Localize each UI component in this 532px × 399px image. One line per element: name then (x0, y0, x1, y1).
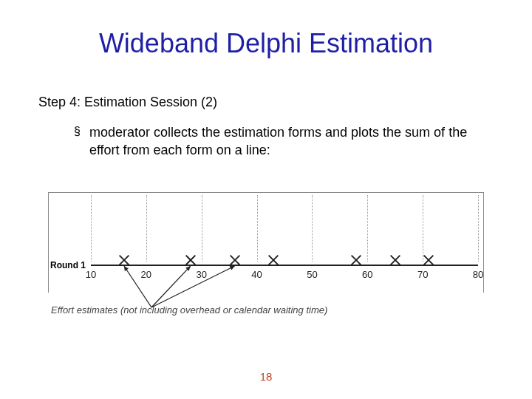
gridline (312, 195, 313, 262)
tick-label: 20 (141, 269, 151, 280)
gridline (423, 195, 423, 262)
step-subtitle: Step 4: Estimation Session (2) (0, 59, 532, 110)
estimate-marker-icon (350, 254, 362, 266)
x-axis (91, 265, 478, 266)
tick-label: 40 (251, 269, 262, 280)
bullet-text: moderator collects the estimation forms … (89, 123, 480, 159)
estimate-marker-icon (118, 254, 130, 266)
bullet-marker-icon: § (74, 123, 81, 140)
tick-label: 60 (362, 269, 372, 280)
estimate-marker-icon (267, 254, 279, 266)
tick-label: 70 (417, 269, 428, 280)
gridline (478, 195, 479, 262)
estimation-line-chart: Round 1 1020304050607080 Effort estimate… (48, 192, 484, 325)
estimate-marker-icon (229, 254, 241, 266)
tick-label: 80 (473, 269, 483, 280)
slide-title: Wideband Delphi Estimation (0, 0, 532, 59)
gridline (146, 195, 147, 262)
estimate-marker-icon (389, 254, 401, 266)
chart-caption: Effort estimates (not including overhead… (51, 304, 327, 316)
gridline (91, 195, 92, 262)
gridline (257, 195, 258, 262)
page-number: 18 (260, 370, 273, 383)
estimate-marker-icon (185, 254, 197, 266)
tick-label: 30 (196, 269, 206, 280)
bullet-item: § moderator collects the estimation form… (0, 110, 532, 159)
gridline (202, 195, 202, 262)
gridline (367, 195, 368, 262)
tick-label: 50 (307, 269, 317, 280)
estimate-marker-icon (423, 254, 434, 266)
round-label: Round 1 (50, 260, 86, 270)
tick-label: 10 (86, 269, 96, 280)
